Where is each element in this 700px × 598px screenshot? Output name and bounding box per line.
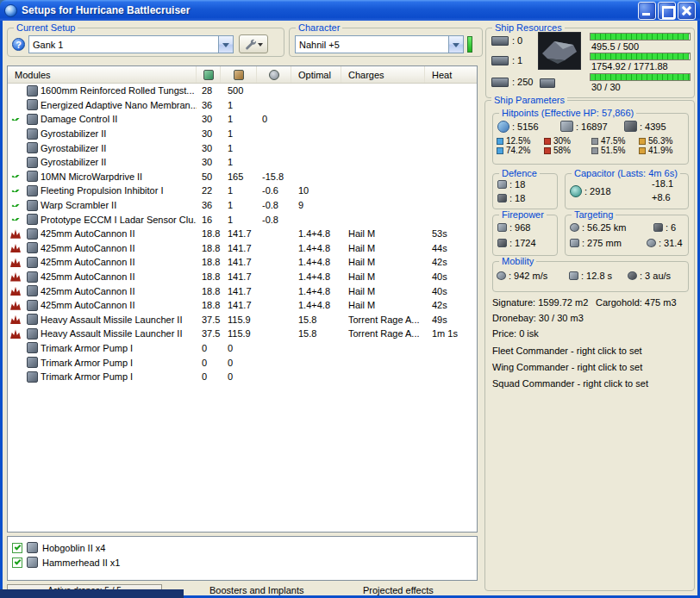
current-setup-label: Current Setup: [14, 22, 78, 33]
module-status: [8, 204, 23, 207]
module-cpu: 36: [197, 200, 221, 210]
dropdown-arrow-icon[interactable]: [218, 36, 233, 53]
module-cap-use: -0.8: [257, 200, 291, 210]
active-check-icon: [11, 175, 20, 178]
shield-resist-value: 47.5%: [601, 136, 625, 146]
capacitor-column-header[interactable]: [257, 66, 291, 83]
module-row[interactable]: Warp Scrambler II361-0.89: [8, 198, 477, 213]
module-status: [8, 286, 23, 296]
drone-checkbox[interactable]: [12, 558, 22, 568]
module-name: 425mm AutoCannon II: [41, 271, 197, 282]
module-icon: [27, 171, 38, 182]
module-optimal: 1.4+4.8: [291, 257, 341, 267]
character-select[interactable]: Nahnil +5: [295, 35, 464, 53]
module-icon: [27, 128, 38, 140]
module-row[interactable]: 425mm AutoCannon II18.8141.71.4+4.8Hail …: [8, 227, 477, 241]
module-row[interactable]: Fleeting Propulsion Inhibitor I221-0.610: [8, 184, 477, 198]
module-cpu: 18.8: [197, 271, 221, 282]
ship-parameters-group: Ship Parameters Hitpoints (Effective HP:…: [484, 100, 695, 591]
module-row[interactable]: Heavy Assault Missile Launcher II37.5115…: [8, 327, 477, 341]
module-row[interactable]: Gyrostabilizer II301: [8, 127, 477, 141]
module-row[interactable]: Trimark Armor Pump I00: [8, 355, 477, 370]
defence-value: : 18: [509, 193, 525, 203]
wrench-icon: [244, 38, 256, 50]
minimize-button[interactable]: [638, 2, 656, 20]
module-optimal: 1.4+4.8: [291, 243, 341, 253]
module-row[interactable]: Prototype ECCM I Ladar Sensor Clu...161-…: [8, 212, 477, 227]
module-row[interactable]: 425mm AutoCannon II18.8141.71.4+4.8Hail …: [8, 255, 477, 270]
setup-select[interactable]: Gank 1: [28, 35, 234, 53]
module-cpu: 30: [197, 114, 221, 124]
heat-column-header[interactable]: Heat: [425, 66, 477, 83]
help-button[interactable]: ?: [12, 38, 25, 51]
powergrid-column-header[interactable]: [221, 66, 257, 83]
close-button[interactable]: [678, 2, 696, 20]
drone-checkbox[interactable]: [12, 543, 22, 553]
module-powergrid: 1: [221, 200, 257, 210]
shield-resist-value: 30%: [553, 136, 571, 146]
module-powergrid: 115.9: [221, 315, 257, 325]
module-cpu: 22: [197, 185, 221, 196]
module-row[interactable]: Trimark Armor Pump I00: [8, 341, 477, 356]
module-icon: [27, 357, 38, 368]
active-check-icon: [11, 218, 20, 221]
hull-hp: : 4395: [624, 121, 666, 132]
module-row[interactable]: Gyrostabilizer II301: [8, 140, 477, 155]
module-powergrid: 141.7: [221, 228, 257, 239]
hull-hp-value: : 4395: [640, 121, 666, 132]
armor-hp: : 16897: [560, 121, 608, 132]
module-row[interactable]: 425mm AutoCannon II18.8141.71.4+4.8Hail …: [8, 283, 477, 298]
cpu-column-header[interactable]: [197, 66, 221, 83]
resist-cell-thermal: 30%58%: [544, 136, 591, 155]
titlebar[interactable]: Setups for Hurricane Battlecruiser: [0, 0, 700, 21]
drone-row[interactable]: Hobgoblin II x4: [8, 540, 477, 555]
overheat-icon: [10, 272, 21, 282]
squad-commander-slot[interactable]: Squad Commander - right click to set: [492, 378, 648, 389]
module-name: Trimark Armor Pump I: [41, 343, 197, 353]
charges-column-header[interactable]: Charges: [341, 66, 425, 83]
fleet-commander-slot[interactable]: Fleet Commander - right click to set: [492, 346, 642, 356]
setup-selected-value: Gank 1: [29, 40, 218, 50]
module-row[interactable]: 425mm AutoCannon II18.8141.71.4+4.8Hail …: [8, 270, 477, 284]
powergrid-bar: [590, 53, 691, 60]
modules-column-header[interactable]: Modules: [8, 66, 197, 83]
module-optimal: 15.8: [291, 315, 341, 325]
boosters-implants-header[interactable]: Boosters and Implants: [209, 585, 303, 595]
targeting-range-value: : 56.25 km: [582, 222, 626, 233]
optimal-column-header[interactable]: Optimal: [291, 66, 341, 83]
module-row[interactable]: Energized Adaptive Nano Membran...361: [8, 98, 477, 113]
overheat-icon: [10, 258, 21, 267]
bottom-panel-strip: [0, 589, 184, 598]
module-row[interactable]: 10MN MicroWarpdrive II50165-15.8: [8, 170, 477, 184]
module-row[interactable]: 1600mm Reinforced Rolled Tungst...28500: [8, 84, 477, 98]
module-cpu: 30: [197, 143, 221, 153]
modules-table-header: Modules Optimal Charges Heat: [8, 66, 477, 84]
module-powergrid: 141.7: [221, 271, 257, 282]
max-targets-value: : 6: [666, 222, 676, 233]
module-charge: Hail M: [341, 286, 425, 296]
module-cpu: 50: [197, 171, 221, 182]
active-check-icon: [11, 190, 20, 192]
module-status: [8, 243, 23, 252]
powergrid-icon: [234, 70, 244, 80]
setup-tools-button[interactable]: [239, 34, 268, 53]
module-cap-use: 0: [257, 114, 291, 124]
drone-row[interactable]: Hammerhead II x1: [8, 555, 477, 570]
turrets-free-value: : 0: [512, 35, 522, 46]
wing-commander-slot[interactable]: Wing Commander - right click to set: [492, 362, 642, 372]
resource-bars: 495.5 / 500 1754.92 / 1771.88 30 / 30: [590, 28, 691, 97]
module-row[interactable]: 425mm AutoCannon II18.8141.71.4+4.8Hail …: [8, 298, 477, 313]
module-row[interactable]: Gyrostabilizer II301: [8, 155, 477, 170]
cargohold-info: Cargohold: 475 m3: [596, 297, 677, 308]
module-row[interactable]: Trimark Armor Pump I00: [8, 370, 477, 384]
shield-icon: [497, 121, 509, 133]
module-status: [8, 272, 23, 282]
maximize-button[interactable]: [658, 2, 676, 20]
dropdown-arrow-icon[interactable]: [448, 36, 463, 53]
projected-effects-header[interactable]: Projected effects: [363, 585, 434, 595]
module-row[interactable]: Heavy Assault Missile Launcher II37.5115…: [8, 313, 477, 327]
repair-icon: [497, 194, 507, 202]
module-row[interactable]: 425mm AutoCannon II18.8141.71.4+4.8Hail …: [8, 241, 477, 256]
module-status: [8, 329, 23, 339]
module-row[interactable]: Damage Control II3010: [8, 112, 477, 127]
